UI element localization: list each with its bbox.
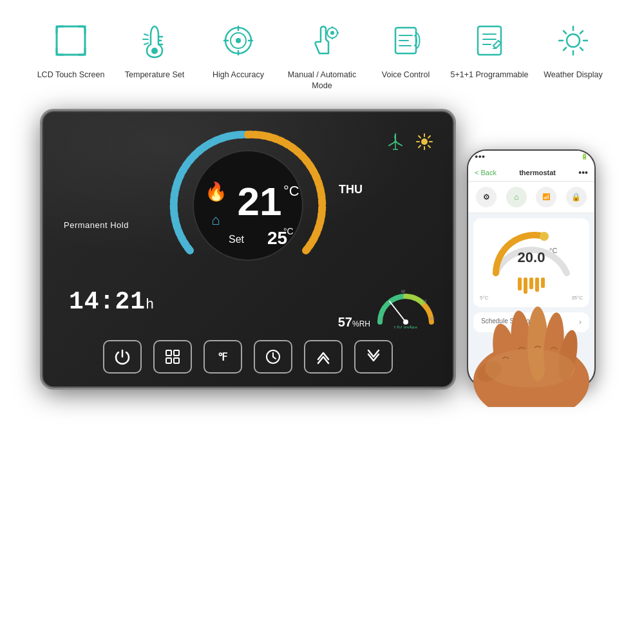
- svg-line-35: [564, 31, 566, 33]
- svg-point-1: [151, 48, 158, 54]
- svg-line-37: [580, 31, 583, 33]
- svg-rect-69: [166, 350, 171, 355]
- phone-icon-home[interactable]: ⌂: [506, 187, 527, 207]
- feature-weather: Weather Display: [531, 18, 615, 80]
- svg-text:°C: °C: [283, 226, 294, 236]
- svg-line-51: [428, 146, 430, 147]
- svg-text:℉: ℉: [218, 352, 227, 363]
- phone-signal: ●●●: [475, 153, 485, 160]
- phone-screen: ●●● 🔋 < Back thermostat ••• ⚙ ⌂ 📶 🔒: [468, 151, 594, 386]
- svg-text:UV index: UV index: [394, 325, 418, 328]
- phone-device: ●●● 🔋 < Back thermostat ••• ⚙ ⌂ 📶 🔒: [467, 149, 596, 388]
- svg-line-62: [390, 301, 406, 322]
- weather-icons-area: [385, 131, 433, 152]
- down-button[interactable]: [354, 340, 393, 374]
- up-button[interactable]: [304, 340, 343, 374]
- feature-manual-auto: Manual / Automatic Mode: [280, 18, 364, 91]
- humidity-value: 57: [338, 315, 352, 329]
- phone-title: thermostat: [519, 169, 556, 176]
- svg-text:21: 21: [238, 179, 282, 223]
- phone-wrapper: ●●● 🔋 < Back thermostat ••• ⚙ ⌂ 📶 🔒: [467, 149, 602, 388]
- control-buttons: ℉: [103, 340, 393, 374]
- lcd-touch-icon: [48, 18, 93, 63]
- svg-text:°C: °C: [283, 183, 299, 199]
- phone-icon-lock[interactable]: 🔒: [566, 187, 587, 207]
- weather-sun-icon: [415, 133, 433, 151]
- wind-turbine-icon: [385, 131, 406, 152]
- heating-bars: [518, 278, 545, 294]
- mode-button[interactable]: [153, 340, 192, 374]
- schedule-button[interactable]: [254, 340, 292, 374]
- finger-gear-icon: [299, 18, 345, 63]
- svg-text:Set: Set: [229, 234, 245, 245]
- svg-text:H: H: [423, 299, 426, 303]
- voice-icon: [383, 18, 428, 63]
- svg-text:🔥: 🔥: [205, 181, 227, 202]
- feature-temp-label: Temperature Set: [125, 70, 184, 80]
- phone-schedule-area[interactable]: Schedule Setting ›: [473, 312, 589, 332]
- main-dial: 🔥 ⌂ 21 °C Set 25 °C: [164, 122, 332, 289]
- notepad-icon: [467, 18, 512, 63]
- feature-voice-label: Voice Control: [382, 70, 430, 80]
- svg-line-7: [144, 43, 148, 44]
- feature-weather-label: Weather Display: [544, 70, 602, 80]
- time-value: 14:21: [69, 288, 146, 316]
- svg-line-76: [273, 357, 276, 359]
- thermostat-device: Permanent Hold THU 14:21h: [42, 111, 454, 388]
- temp-range: 5°C35°C: [480, 295, 583, 301]
- svg-point-16: [330, 31, 334, 35]
- svg-rect-0: [57, 26, 85, 55]
- schedule-title: Schedule Setting: [481, 317, 530, 325]
- sun-icon: [551, 18, 596, 63]
- svg-line-38: [564, 48, 566, 50]
- feature-prog-label: 5+1+1 Programmable: [451, 70, 529, 80]
- phone-menu-dots[interactable]: •••: [578, 167, 588, 178]
- feature-lcd: LCD Touch Screen: [29, 18, 113, 80]
- svg-text:⌂: ⌂: [211, 212, 220, 228]
- svg-line-53: [419, 146, 421, 147]
- permanent-hold-label: Permanent Hold: [64, 220, 129, 230]
- svg-point-42: [394, 140, 397, 143]
- feature-accuracy: High Accuracy: [196, 18, 280, 80]
- phone-power-button[interactable]: [520, 343, 543, 366]
- humidity-display: 57%RH: [338, 315, 370, 330]
- feature-temp-set: Temperature Set: [113, 18, 196, 80]
- svg-rect-71: [166, 358, 171, 363]
- svg-text:20.0: 20.0: [518, 249, 545, 265]
- svg-text:M: M: [401, 289, 405, 294]
- power-button[interactable]: [103, 340, 142, 374]
- phone-icon-settings[interactable]: ⚙: [476, 187, 497, 207]
- svg-point-63: [403, 319, 408, 325]
- phone-battery: 🔋: [581, 153, 588, 160]
- svg-line-5: [144, 34, 148, 35]
- svg-text:°C: °C: [549, 247, 557, 254]
- main-area: Permanent Hold THU 14:21h: [0, 104, 644, 388]
- feature-voice: Voice Control: [364, 18, 448, 80]
- phone-icon-wifi[interactable]: 📶: [536, 187, 556, 207]
- svg-line-36: [580, 48, 583, 50]
- celsius-button[interactable]: ℉: [204, 340, 242, 374]
- time-display: 14:21h: [69, 288, 155, 316]
- svg-text:L: L: [380, 317, 383, 321]
- day-label: THU: [339, 183, 363, 196]
- schedule-arrow[interactable]: ›: [579, 317, 582, 327]
- svg-point-77: [540, 232, 549, 241]
- svg-line-50: [419, 136, 421, 138]
- svg-text:VH: VH: [430, 316, 435, 321]
- svg-point-45: [421, 138, 428, 145]
- uv-gauge: UV index L M H VH: [377, 283, 435, 325]
- feature-manual-label: Manual / Automatic Mode: [280, 70, 364, 91]
- crosshair-icon: [216, 18, 261, 63]
- svg-point-30: [567, 34, 580, 47]
- phone-back-btn[interactable]: < Back: [475, 169, 497, 176]
- phone-icon-row: ⚙ ⌂ 📶 🔒: [468, 182, 594, 213]
- phone-dial-svg: 20.0 °C: [486, 225, 576, 276]
- humidity-unit: %RH: [352, 319, 370, 328]
- feature-lcd-label: LCD Touch Screen: [37, 70, 105, 80]
- svg-line-52: [428, 136, 430, 138]
- svg-rect-72: [174, 358, 179, 363]
- thermometer-icon: [132, 18, 177, 63]
- time-suffix: h: [146, 297, 155, 313]
- features-row: LCD Touch Screen Temperature Set: [0, 0, 644, 104]
- phone-dial-area: 20.0 °C 5°C35°C: [473, 218, 589, 307]
